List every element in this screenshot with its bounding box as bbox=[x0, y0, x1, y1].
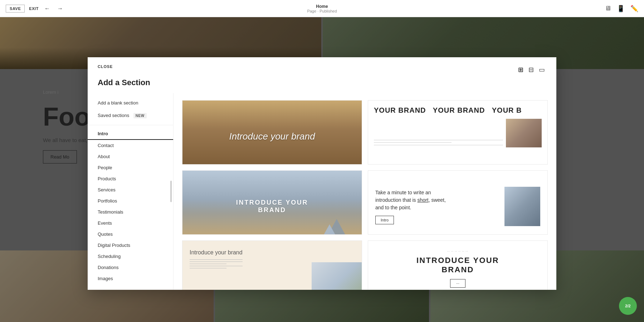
exit-button[interactable]: EXIT bbox=[29, 6, 39, 11]
card2-line-1 bbox=[374, 140, 503, 140]
topbar-left: SAVE EXIT ← → bbox=[6, 4, 64, 13]
card2-line-2 bbox=[374, 142, 452, 143]
section-templates-grid: Introduce your brand YOUR BRAND YOUR BRA… bbox=[174, 93, 556, 290]
view-icons: ⊞ ⊟ ▭ bbox=[517, 64, 546, 75]
modal-close-button[interactable]: CLOSE bbox=[98, 64, 113, 69]
sidebar-item-testimonials[interactable]: Testimonials bbox=[88, 206, 173, 218]
undo-button[interactable]: ← bbox=[43, 4, 52, 13]
sidebar-item-images[interactable]: Images bbox=[88, 273, 173, 284]
save-button[interactable]: SAVE bbox=[6, 5, 25, 13]
card5-line-2 bbox=[190, 262, 243, 262]
topbar-right: 🖥 📱 ✏️ bbox=[605, 5, 638, 13]
card2-preview: YOUR BRAND YOUR BRAND YOUR B bbox=[368, 101, 547, 165]
card5-preview: Introduce your brand bbox=[182, 241, 362, 290]
sidebar-item-scheduling[interactable]: Scheduling bbox=[88, 251, 173, 262]
card2-top-text: YOUR BRAND YOUR BRAND YOUR B bbox=[374, 106, 542, 114]
card6-small-text: ·· ·· ·· ·· ·· ·· bbox=[448, 249, 468, 253]
topbar-center: Home Page · Published bbox=[307, 4, 337, 13]
sidebar-item-people[interactable]: People bbox=[88, 162, 173, 173]
sidebar-item-events[interactable]: Events bbox=[88, 218, 173, 229]
sidebar-item-intro[interactable]: Intro bbox=[88, 128, 173, 140]
sidebar-item-donations[interactable]: Donations bbox=[88, 262, 173, 273]
sidebar-divider bbox=[88, 125, 173, 125]
card4-image bbox=[504, 187, 540, 226]
sidebar-item-products[interactable]: Products bbox=[88, 173, 173, 184]
sidebar-item-services[interactable]: Services bbox=[88, 184, 173, 195]
redo-button[interactable]: → bbox=[56, 4, 64, 13]
card4-preview: Take a minute to write anintroduction th… bbox=[368, 171, 547, 235]
section-template-card-5[interactable]: Introduce your brand bbox=[182, 240, 362, 290]
add-section-modal: CLOSE ⊞ ⊟ ▭ Add a Section Add a blank se… bbox=[88, 57, 556, 290]
card3-mountain-svg bbox=[319, 217, 355, 235]
sidebar-item-quotes[interactable]: Quotes bbox=[88, 229, 173, 240]
card6-button: ··· bbox=[450, 279, 465, 288]
card1-preview: Introduce your brand bbox=[182, 101, 362, 165]
card5-line-1 bbox=[190, 259, 243, 260]
modal-body: Add a blank section Saved sections NEW I… bbox=[88, 93, 556, 290]
card3-text: INTRODUCE YOURBRAND bbox=[236, 199, 308, 214]
sidebar-scroll-indicator bbox=[170, 181, 172, 202]
card1-text: Introduce your brand bbox=[229, 131, 315, 142]
card6-preview: ·· ·· ·· ·· ·· ·· INTRODUCE YOURBRAND ··… bbox=[368, 241, 547, 290]
desktop-icon[interactable]: 🖥 bbox=[605, 5, 611, 12]
page-title: Home bbox=[307, 4, 337, 9]
section-template-card-4[interactable]: Take a minute to write anintroduction th… bbox=[368, 170, 548, 235]
modal-title: Add a Section bbox=[88, 75, 556, 93]
page-status: Page · Published bbox=[307, 9, 337, 13]
section-template-card-6[interactable]: ·· ·· ·· ·· ·· ·· INTRODUCE YOURBRAND ··… bbox=[368, 240, 548, 290]
card4-heading: Take a minute to write anintroduction th… bbox=[375, 189, 499, 211]
card2-line-3 bbox=[374, 145, 503, 145]
card2-image-container bbox=[374, 119, 542, 147]
card5-lines bbox=[190, 259, 243, 268]
card2-image bbox=[506, 119, 542, 147]
card6-heading: INTRODUCE YOURBRAND bbox=[416, 256, 499, 275]
mobile-icon[interactable]: 📱 bbox=[617, 5, 625, 13]
card5-line-3 bbox=[190, 264, 226, 264]
sidebar-item-digital-products[interactable]: Digital Products bbox=[88, 240, 173, 251]
new-badge: NEW bbox=[133, 113, 147, 118]
sidebar-item-contact[interactable]: Contact bbox=[88, 140, 173, 151]
section-template-card-2[interactable]: YOUR BRAND YOUR BRAND YOUR B bbox=[368, 100, 548, 165]
corner-badge[interactable]: 2/2 bbox=[619, 297, 637, 315]
card5-line-4 bbox=[190, 266, 243, 266]
card5-line-5 bbox=[190, 268, 226, 268]
modal-header: CLOSE ⊞ ⊟ ▭ bbox=[88, 57, 556, 75]
saved-sections-button[interactable]: Saved sections NEW bbox=[88, 109, 173, 122]
section-template-card-1[interactable]: Introduce your brand bbox=[182, 100, 362, 165]
list-view-button[interactable]: ▭ bbox=[537, 64, 546, 75]
card3-preview: INTRODUCE YOURBRAND bbox=[182, 171, 362, 235]
svg-marker-0 bbox=[319, 219, 355, 235]
card5-text-area: Introduce your brand bbox=[190, 249, 243, 270]
card4-text-area: Take a minute to write anintroduction th… bbox=[375, 189, 499, 224]
card5-mountain bbox=[312, 262, 362, 290]
card5-heading: Introduce your brand bbox=[190, 249, 243, 256]
sidebar-item-about[interactable]: About bbox=[88, 151, 173, 162]
sidebar-item-portfolios[interactable]: Portfolios bbox=[88, 195, 173, 206]
topbar: SAVE EXIT ← → Home Page · Published 🖥 📱 … bbox=[0, 0, 644, 17]
section-template-card-3[interactable]: INTRODUCE YOURBRAND bbox=[182, 170, 362, 235]
grid-large-view-button[interactable]: ⊟ bbox=[527, 64, 535, 75]
add-blank-section-button[interactable]: Add a blank section bbox=[88, 97, 173, 109]
card2-lines bbox=[374, 140, 503, 147]
modal-sidebar: Add a blank section Saved sections NEW I… bbox=[88, 93, 174, 290]
grid-small-view-button[interactable]: ⊞ bbox=[517, 64, 525, 75]
edit-icon[interactable]: ✏️ bbox=[630, 5, 638, 13]
card4-button: Intro bbox=[375, 216, 394, 224]
